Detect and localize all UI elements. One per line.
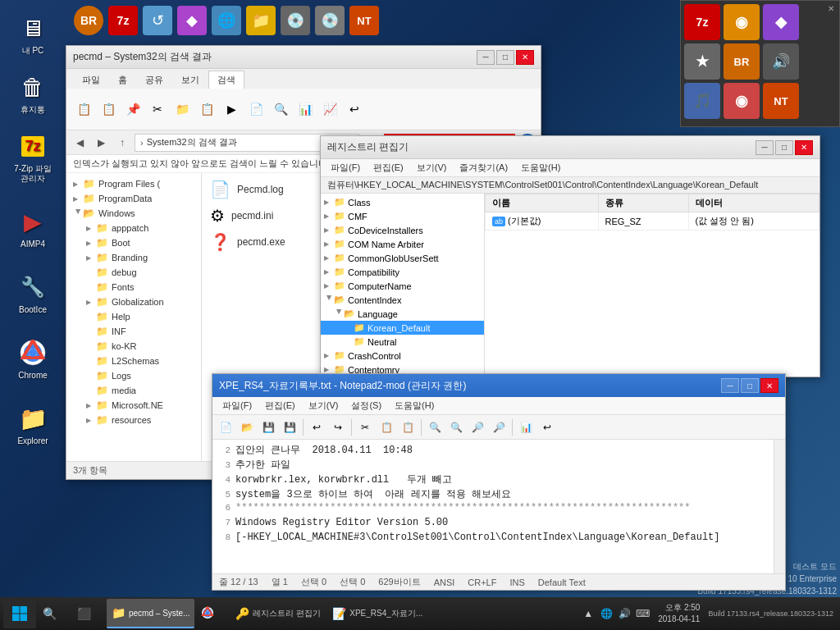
notepad-zoomin-btn[interactable]: 🔎 <box>468 418 487 436</box>
reg-menu-edit[interactable]: 편집(E) <box>370 160 407 176</box>
reg-tree-comname[interactable]: ▶ 📁 COM Name Arbiter <box>321 237 484 251</box>
tree-microsoftne[interactable]: ▶ 📁 Microsoft.NE <box>66 398 201 413</box>
tree-ko-kr[interactable]: 📁 ko-KR <box>66 339 201 354</box>
desktop-icon-bootice[interactable]: 🔧 BootIce <box>8 267 57 318</box>
reg-menu-view[interactable]: 보기(V) <box>413 160 450 176</box>
taskbar-chrome-btn[interactable] <box>196 599 229 628</box>
top-br-icon[interactable]: BR <box>74 6 103 35</box>
ribbon-tab-share[interactable]: 공유 <box>136 71 172 89</box>
notepad-new-btn[interactable]: 📄 <box>216 418 235 436</box>
notepad-findnext-btn[interactable]: 🔍 <box>446 418 466 436</box>
desktop-icon-pc[interactable]: 🖥 내 PC <box>8 8 57 59</box>
tree-l2schemas[interactable]: 📁 L2Schemas <box>66 354 201 368</box>
desktop-icon-7zip[interactable]: 7z 7-Zip 파일관리자 <box>8 126 57 187</box>
notepad-menu-help[interactable]: 도움말(H) <box>391 398 437 413</box>
desktop-icon-explorer[interactable]: 📁 Explorer <box>8 399 57 450</box>
notepad-find-btn[interactable]: 🔍 <box>425 418 445 436</box>
ribbon-btn-12[interactable]: ↩ <box>344 98 365 120</box>
explorer-maximize-btn[interactable]: □ <box>496 50 514 65</box>
registry-maximize-btn[interactable]: □ <box>775 140 793 155</box>
tray-network-icon[interactable]: 🌐 <box>599 606 614 621</box>
notepad-menu-view[interactable]: 보기(V) <box>305 398 342 413</box>
registry-close-btn[interactable]: ✕ <box>795 140 813 155</box>
taskbar-cmd-btn[interactable]: ⬛ <box>72 599 105 628</box>
tree-debug[interactable]: 📁 debug <box>66 265 201 280</box>
ribbon-btn-7[interactable]: ▶ <box>221 98 242 120</box>
notepad-open-btn[interactable]: 📂 <box>237 418 257 436</box>
tree-help[interactable]: 📁 Help <box>66 309 201 324</box>
ribbon-btn-10[interactable]: 📊 <box>294 98 316 120</box>
reg-tree-language[interactable]: ▶ 📂 Language <box>321 307 484 321</box>
tree-windows[interactable]: ▶ 📂 Windows <box>66 206 201 221</box>
ribbon-btn-8[interactable]: 📄 <box>245 98 267 120</box>
mini-diamond-btn[interactable]: ◆ <box>763 4 799 40</box>
mini-nt-btn[interactable]: NT <box>763 83 799 119</box>
reg-tree-commonglob[interactable]: ▶ 📁 CommonGlobUserSett <box>321 251 484 265</box>
notepad-content[interactable]: 2 집안의 큰나무 2018.04.11 10:48 3 추가한 파일 4 ko… <box>212 440 785 573</box>
top-cd2-icon[interactable]: 💿 <box>315 6 345 35</box>
reg-tree-korean[interactable]: 📁 Korean_Default <box>321 321 484 335</box>
reg-tree-crashcontrol[interactable]: ▶ 📁 CrashControl <box>321 349 484 363</box>
notepad-menu-file[interactable]: 파일(F) <box>219 398 255 413</box>
reg-tree-class[interactable]: ▶ 📁 Class <box>321 195 484 209</box>
notepad-menu-settings[interactable]: 설정(S) <box>348 398 385 413</box>
ribbon-tab-file[interactable]: 파일 <box>73 71 109 89</box>
ribbon-tab-view[interactable]: 보기 <box>172 71 208 89</box>
back-btn[interactable]: ◀ <box>71 134 89 152</box>
taskbar-clock[interactable]: 오후 2:50 2018-04-11 <box>655 602 703 625</box>
reg-menu-help[interactable]: 도움말(H) <box>518 160 564 176</box>
up-btn[interactable]: ↑ <box>113 134 131 152</box>
notepad-redo-btn[interactable]: ↪ <box>328 418 348 436</box>
tree-globalization[interactable]: ▶ 📁 Globalization <box>66 294 201 309</box>
taskbar-explorer-btn[interactable]: 📁 pecmd – Syste... <box>107 599 194 628</box>
explorer-close-btn[interactable]: ✕ <box>516 50 534 65</box>
reg-tree-computername[interactable]: ▶ 📁 ComputerName <box>321 279 484 293</box>
ribbon-btn-6[interactable]: 📋 <box>196 98 217 120</box>
mini-music-btn[interactable]: 🎵 <box>684 83 720 119</box>
tree-apppatch[interactable]: ▶ 📁 apppatch <box>66 221 201 235</box>
mini-7z-btn[interactable]: 7z <box>684 4 720 40</box>
taskbar-search-btn[interactable]: 🔍 <box>38 599 71 628</box>
tree-branding[interactable]: ▶ 📁 Branding <box>66 250 201 265</box>
notepad-saveas-btn[interactable]: 💾 <box>280 418 299 436</box>
notepad-chart-btn[interactable]: 📊 <box>516 418 536 436</box>
tree-fonts[interactable]: 📁 Fonts <box>66 280 201 294</box>
desktop-icon-recycle[interactable]: 🗑 휴지통 <box>8 67 57 118</box>
notepad-misc-btn[interactable]: ↩ <box>537 418 557 436</box>
tree-logs[interactable]: 📁 Logs <box>66 368 201 383</box>
notepad-close-btn[interactable]: ✕ <box>760 378 778 393</box>
reg-menu-favorites[interactable]: 즐겨찾기(A) <box>456 160 511 176</box>
tree-inf[interactable]: 📁 INF <box>66 324 201 339</box>
top-folder-icon[interactable]: 📁 <box>246 6 276 35</box>
notepad-cut-btn[interactable]: ✂ <box>355 418 375 436</box>
tree-programdata[interactable]: ▶ 📁 ProgramData <box>66 191 201 206</box>
start-button[interactable] <box>3 599 36 628</box>
notepad-maximize-btn[interactable]: □ <box>741 378 759 393</box>
ribbon-tab-search[interactable]: 검색 <box>208 71 244 89</box>
top-diamond-icon[interactable]: ◆ <box>177 6 207 35</box>
tree-resources[interactable]: ▶ 📁 resources <box>66 413 201 427</box>
reg-tree-codevice[interactable]: ▶ 📁 CoDeviceInstallers <box>321 223 484 237</box>
mini-star-btn[interactable]: ★ <box>684 43 720 80</box>
tree-boot[interactable]: ▶ 📁 Boot <box>66 235 201 250</box>
forward-btn[interactable]: ▶ <box>92 134 110 152</box>
mini-circle-btn[interactable]: ◉ <box>724 4 760 40</box>
registry-data-row[interactable]: ab (기본값) REG_SZ (값 설정 안 됨) <box>486 212 819 231</box>
mini-circle2-btn[interactable]: ◉ <box>724 83 760 119</box>
mini-panel-close[interactable]: ✕ <box>824 2 838 15</box>
ribbon-btn-5[interactable]: 📁 <box>171 98 193 120</box>
tray-sound-icon[interactable]: 🔊 <box>617 606 632 621</box>
ribbon-btn-1[interactable]: 📋 <box>73 98 94 120</box>
notepad-save-btn[interactable]: 💾 <box>258 418 278 436</box>
tray-keyboard-icon[interactable]: ⌨ <box>635 606 650 621</box>
tree-program-files[interactable]: ▶ 📁 Program Files ( <box>66 176 201 191</box>
ribbon-btn-3[interactable]: 📌 <box>122 98 144 120</box>
notepad-zoomout-btn[interactable]: 🔎 <box>489 418 509 436</box>
ribbon-tab-home[interactable]: 홈 <box>109 71 136 89</box>
reg-tree-neutral[interactable]: 📁 Neutral <box>321 335 484 349</box>
notepad-minimize-btn[interactable]: ─ <box>721 378 739 393</box>
notepad-menu-edit[interactable]: 편집(E) <box>262 398 299 413</box>
notepad-scrollbar[interactable] <box>774 440 785 573</box>
desktop-icon-aimp4[interactable]: ▶ AIMP4 <box>8 202 57 253</box>
reg-tree-cmf[interactable]: ▶ 📁 CMF <box>321 209 484 223</box>
